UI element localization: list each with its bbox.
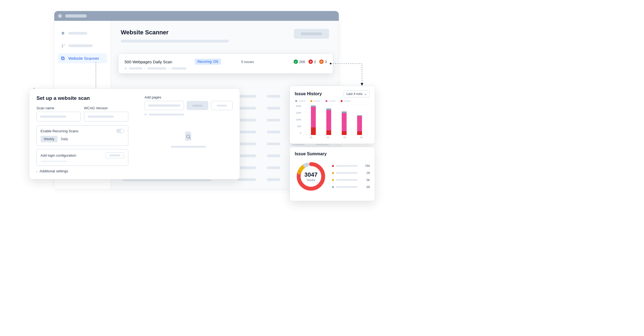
login-config-label: Add login configuration: [41, 153, 76, 157]
svg-rect-2: [61, 57, 64, 59]
history-range-dropdown[interactable]: Last 4 runs ⌄: [344, 90, 370, 97]
document-search-icon: [184, 131, 193, 141]
scan-card[interactable]: 500 Webpages Daily Scan Recurring: ON 5 …: [118, 54, 333, 74]
add-page-button[interactable]: [187, 101, 208, 110]
sidebar-item-home[interactable]: [58, 28, 107, 38]
summary-item: 09: [332, 185, 370, 189]
page-url-input[interactable]: [145, 101, 184, 110]
login-sub-placeholder: [41, 160, 124, 162]
legend-item: [295, 100, 306, 102]
window-control-dot: [58, 14, 62, 18]
issue-summary-title: Issue Summary: [295, 151, 370, 156]
svg-point-0: [62, 44, 63, 45]
bar: [311, 106, 316, 135]
window-titlebar: [54, 11, 339, 21]
legend-item: [326, 100, 336, 102]
x-circle-icon: ✕: [308, 60, 313, 64]
login-config-button[interactable]: [105, 153, 124, 158]
secondary-page-button[interactable]: [211, 101, 233, 110]
setup-scan-card: Set up a website scan Scan name WCAG Ver…: [29, 88, 240, 179]
wcag-version-label: WCAG Version: [84, 106, 128, 110]
login-config-box: Add login configuration: [36, 149, 128, 166]
bar: [357, 115, 362, 135]
stack-icon: [61, 56, 65, 61]
issue-history-title: Issue History: [295, 91, 322, 96]
recurring-badge: Recurring: ON: [195, 59, 221, 65]
home-icon: [61, 31, 65, 35]
x-axis: #1#2#3#4: [295, 135, 370, 139]
bar: [326, 108, 331, 135]
bars: [303, 105, 370, 135]
donut-chart: 3047 Issues: [295, 160, 327, 193]
page-subtitle-placeholder: [121, 40, 229, 42]
assistive-icon: [61, 44, 65, 48]
summary-item: 28: [332, 171, 370, 174]
empty-text-placeholder: [171, 146, 206, 148]
status-warning: ⟳ 3: [319, 60, 327, 64]
chart-legend: [295, 100, 370, 102]
scan-meta: [125, 67, 327, 70]
status-success: ✓ 200: [294, 60, 305, 64]
header-action-button[interactable]: [294, 29, 329, 39]
pages-empty-state: [145, 131, 233, 148]
svg-rect-1: [62, 57, 65, 60]
recurring-label: Enable Recurring Scans: [41, 129, 78, 133]
recurring-box: Enable Recurring Scans Weekly Daily: [36, 125, 128, 146]
add-pages-label: Add pages: [145, 95, 233, 99]
total-issues-number: 3047: [304, 171, 318, 178]
bar-chart: 2000150010005000: [295, 105, 370, 135]
frequency-tabs: Weekly Daily: [41, 136, 124, 142]
warning-circle-icon: ⟳: [319, 60, 324, 64]
sidebar-item-assistive[interactable]: [58, 41, 107, 51]
frequency-tab-daily[interactable]: Daily: [58, 136, 71, 142]
pages-sub-row: [145, 113, 233, 116]
summary-legend: 790285609: [332, 164, 370, 189]
issue-summary-card: Issue Summary 3047 Issues 790285609: [290, 147, 375, 201]
frequency-tab-weekly[interactable]: Weekly: [41, 136, 58, 142]
status-group: ✓ 200 ✕ 2 ⟳ 3: [294, 60, 327, 64]
sidebar-label-placeholder: [68, 32, 87, 35]
issue-history-card: Issue History Last 4 runs ⌄ 200015001000…: [290, 86, 375, 144]
y-axis: 2000150010005000: [295, 105, 301, 135]
additional-settings-toggle[interactable]: › Additional settings: [36, 169, 128, 173]
bar: [342, 111, 347, 135]
wcag-version-select[interactable]: [84, 112, 128, 121]
recurring-toggle[interactable]: [116, 129, 124, 133]
total-issues-label: Issues: [307, 178, 315, 182]
scan-name-input[interactable]: [36, 112, 81, 121]
svg-marker-12: [361, 83, 363, 86]
page-title: Website Scanner: [121, 29, 229, 36]
sidebar-item-website-scanner[interactable]: Website Scanner: [58, 53, 107, 63]
check-circle-icon: ✓: [294, 60, 298, 64]
setup-title: Set up a website scan: [36, 95, 128, 101]
chevron-right-icon: ›: [36, 170, 38, 173]
window-title-placeholder: [65, 14, 87, 18]
legend-item: [341, 100, 351, 102]
scan-name-label: Scan name: [36, 106, 81, 110]
status-error: ✕ 2: [308, 60, 316, 64]
chevron-down-icon: ⌄: [364, 92, 367, 96]
sidebar-label-placeholder: [68, 44, 93, 47]
summary-item: 56: [332, 178, 370, 182]
summary-item: 790: [332, 164, 370, 167]
legend-item: [310, 100, 321, 102]
scan-name: 500 Webpages Daily Scan: [125, 60, 192, 64]
issues-count: 5 issues: [241, 60, 254, 64]
sidebar-item-label: Website Scanner: [68, 56, 99, 61]
